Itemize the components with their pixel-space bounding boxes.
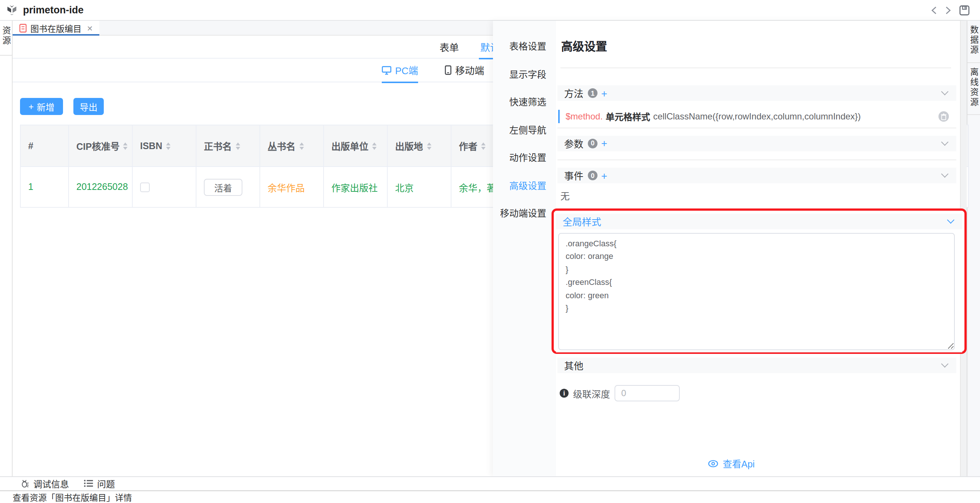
- status-bar: 查看资源「图书在版编目」详情: [0, 490, 980, 503]
- delete-method-button[interactable]: [939, 111, 949, 122]
- rail-divider: [0, 55, 12, 56]
- divider: [556, 352, 962, 352]
- column-header-publisher[interactable]: 出版单位: [324, 125, 388, 166]
- cascade-depth-input[interactable]: [614, 385, 680, 401]
- chevron-down-icon[interactable]: [941, 360, 948, 367]
- isbn-checkbox[interactable]: [140, 182, 150, 192]
- sort-carets-icon[interactable]: [235, 142, 240, 150]
- cell-publisher: 作家出版社: [324, 167, 388, 207]
- tab-book-cip[interactable]: 图书在版编目 ✕: [13, 21, 100, 36]
- chevron-down-icon[interactable]: [941, 88, 948, 95]
- global-style-highlight: 全局样式 .orangeClass{ color: orange } .gree…: [552, 208, 967, 354]
- list-icon: [84, 480, 94, 488]
- menu-item-display-fields[interactable]: 显示字段: [493, 61, 556, 89]
- tab-mobile-label: 移动端: [455, 63, 484, 77]
- cascade-depth-row: i 级联深度: [560, 385, 680, 401]
- methods-count-badge: 1: [588, 88, 598, 98]
- nav-forward-icon[interactable]: [945, 6, 951, 15]
- menu-item-action-settings[interactable]: 动作设置: [493, 145, 556, 172]
- events-count-badge: 0: [588, 171, 598, 180]
- rail-item-resources[interactable]: 资源: [0, 26, 12, 46]
- debug-bug-icon: [20, 479, 30, 489]
- left-rail: 资源: [0, 21, 13, 490]
- tab-form[interactable]: 表单: [439, 35, 459, 58]
- cascade-depth-label: 级联深度: [573, 386, 610, 400]
- column-header-title[interactable]: 正书名: [196, 125, 260, 166]
- plus-icon: +: [29, 101, 34, 112]
- nav-back-icon[interactable]: [931, 6, 937, 15]
- sort-carets-icon[interactable]: [166, 142, 170, 150]
- chevron-down-icon[interactable]: [947, 216, 955, 224]
- method-name: 单元格样式: [606, 110, 650, 122]
- tab-close-icon[interactable]: ✕: [87, 24, 93, 32]
- section-methods[interactable]: 方法 1 +: [557, 85, 956, 101]
- tab-mobile[interactable]: 移动端: [445, 58, 484, 82]
- title-value-box[interactable]: 活着: [204, 179, 242, 195]
- right-rail: 数据源 离线资源: [967, 21, 980, 490]
- settings-menu: 表格设置 显示字段 快速筛选 左侧导航 动作设置 高级设置 移动端设置: [493, 21, 556, 476]
- monitor-icon: [382, 65, 391, 75]
- tab-pc-label: PC端: [395, 63, 418, 77]
- section-params[interactable]: 参数 0 +: [557, 136, 956, 151]
- divider: [560, 67, 951, 68]
- problems-button[interactable]: 问题: [84, 477, 115, 490]
- add-button[interactable]: + 新增: [20, 98, 63, 115]
- cell-index: 1: [21, 167, 69, 207]
- settings-drawer: 表格设置 显示字段 快速筛选 左侧导航 动作设置 高级设置 移动端设置 高级设置…: [493, 21, 967, 476]
- sort-carets-icon[interactable]: [372, 142, 377, 150]
- tab-pc[interactable]: PC端: [382, 58, 418, 82]
- menu-item-quick-filter[interactable]: 快速筛选: [493, 89, 556, 117]
- method-accent-bar: [558, 109, 560, 123]
- params-count-badge: 0: [588, 138, 598, 148]
- column-header-series[interactable]: 丛书名: [260, 125, 324, 166]
- column-header-cip[interactable]: CIP核准号: [69, 125, 133, 166]
- column-header-place[interactable]: 出版地: [388, 125, 452, 166]
- chevron-down-icon[interactable]: [941, 138, 948, 145]
- chevron-down-icon[interactable]: [941, 170, 948, 178]
- events-empty-text: 无: [560, 188, 570, 203]
- document-icon: [19, 24, 27, 33]
- sort-carets-icon[interactable]: [481, 142, 485, 150]
- divider: [557, 160, 956, 160]
- status-text: 查看资源「图书在版编目」详情: [13, 491, 132, 503]
- sort-carets-icon[interactable]: [426, 142, 431, 150]
- column-header-isbn[interactable]: ISBN: [133, 125, 196, 166]
- title-bar: primeton-ide: [0, 0, 980, 21]
- save-icon[interactable]: [959, 5, 970, 16]
- add-param-icon[interactable]: +: [601, 138, 607, 149]
- bottom-toolbar: 调试信息 问题: [0, 476, 980, 490]
- eye-icon: [708, 460, 718, 467]
- panel-title: 高级设置: [561, 37, 607, 53]
- section-other[interactable]: 其他: [557, 358, 956, 373]
- sort-carets-icon[interactable]: [123, 142, 128, 150]
- app-window: primeton-ide 资源 数据源 离线资源 图书在版编目 ✕: [0, 0, 980, 503]
- cell-series: 余华作品: [260, 167, 324, 207]
- column-header-index[interactable]: #: [21, 125, 69, 166]
- app-title: primeton-ide: [23, 5, 84, 16]
- method-signature: cellClassName({row,rowIndex,column,colum…: [653, 111, 861, 121]
- export-button[interactable]: 导出: [73, 98, 104, 115]
- add-event-icon[interactable]: +: [601, 170, 607, 180]
- phone-icon: [445, 65, 452, 75]
- view-api-link[interactable]: 查看Api: [708, 456, 755, 470]
- menu-item-mobile-settings[interactable]: 移动端设置: [493, 200, 556, 228]
- cell-title: 活着: [196, 167, 260, 207]
- section-global-style[interactable]: 全局样式: [556, 214, 962, 229]
- rail-item-offline-resources[interactable]: 离线资源: [968, 67, 980, 107]
- cell-isbn: [133, 167, 196, 207]
- info-icon: i: [560, 389, 569, 398]
- debug-info-button[interactable]: 调试信息: [20, 477, 69, 490]
- rail-item-datasource[interactable]: 数据源: [968, 25, 980, 55]
- menu-item-advanced-settings[interactable]: 高级设置: [493, 172, 556, 200]
- cell-place: 北京: [388, 167, 452, 207]
- global-style-textarea[interactable]: .orangeClass{ color: orange } .greenClas…: [558, 233, 955, 350]
- menu-item-left-nav[interactable]: 左侧导航: [493, 117, 556, 145]
- add-method-icon[interactable]: +: [601, 88, 607, 98]
- method-item[interactable]: $method. 单元格样式 cellClassName({row,rowInd…: [558, 108, 956, 124]
- cell-cip: 2012265028: [69, 167, 133, 207]
- divider: [557, 128, 956, 128]
- section-events[interactable]: 事件 0 +: [557, 168, 956, 183]
- sort-carets-icon[interactable]: [299, 142, 304, 150]
- menu-item-table-settings[interactable]: 表格设置: [493, 34, 556, 61]
- trash-icon: [941, 113, 947, 120]
